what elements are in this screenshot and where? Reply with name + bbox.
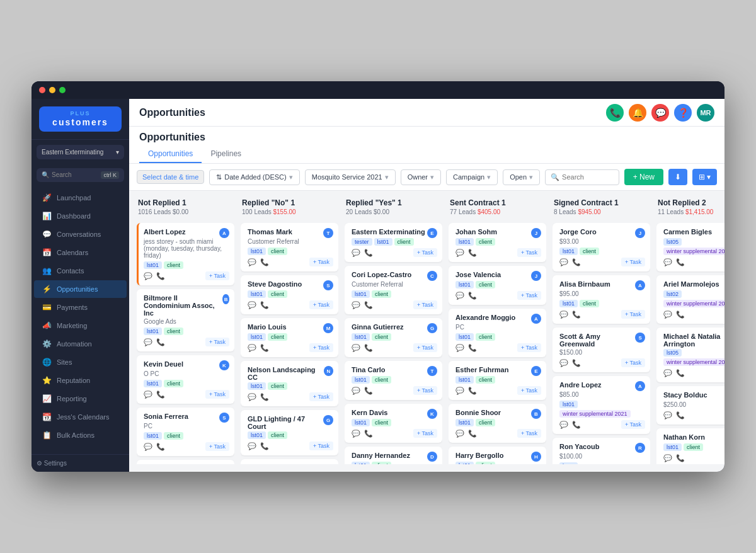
view-button[interactable]: ⊞ ▾ xyxy=(692,169,717,185)
message-icon[interactable]: 💬 xyxy=(248,344,256,352)
kanban-card[interactable]: Eastern Exterminating E testerlst01clien… xyxy=(345,223,442,262)
campaign-filter[interactable]: Campaign ▾ xyxy=(446,169,498,185)
message-icon[interactable]: 💬 xyxy=(663,411,672,419)
sort-filter[interactable]: ⇅ Date Added (DESC) ▾ xyxy=(209,169,299,185)
kanban-card[interactable]: Jorge Coro J $93.00 lst01client 💬 📞 + Ta… xyxy=(553,223,650,271)
phone-icon[interactable]: 📞 xyxy=(260,393,269,401)
kanban-card[interactable]: Cori Lopez-Castro C Customer Referral ls… xyxy=(345,266,442,314)
task-button[interactable]: + Task xyxy=(309,300,333,309)
message-icon[interactable]: 💬 xyxy=(663,454,672,462)
sidebar-item-marketing[interactable]: 📣 Marketing xyxy=(34,317,127,334)
kanban-card[interactable]: Biltmore II Condominium Assoc, Inc B Goo… xyxy=(137,289,234,351)
phone-icon[interactable]: 📞 xyxy=(606,104,624,122)
phone-icon[interactable]: 📞 xyxy=(572,258,581,266)
phone-icon[interactable]: 📞 xyxy=(676,258,685,266)
phone-icon[interactable]: 📞 xyxy=(260,258,269,266)
task-button[interactable]: + Task xyxy=(413,429,437,438)
kanban-card[interactable]: Albert Lopez A jess storey - south miami… xyxy=(137,223,234,285)
message-icon[interactable]: 💬 xyxy=(651,104,669,122)
kanban-card[interactable]: Thomas Mark T Customer Referral lst01cli… xyxy=(241,223,338,271)
kanban-card[interactable]: Mario Louis M lst01client 💬 📞 + Task xyxy=(241,318,338,357)
avatar[interactable]: MR xyxy=(697,104,714,122)
task-button[interactable]: + Task xyxy=(205,271,229,280)
search-input[interactable] xyxy=(562,173,614,181)
task-button[interactable]: + Task xyxy=(309,258,333,266)
task-button[interactable]: + Task xyxy=(413,248,437,257)
kanban-card[interactable]: Nancy Fishman N google ads lst01client 💬… xyxy=(241,459,338,464)
task-button[interactable]: + Task xyxy=(621,258,645,266)
phone-icon[interactable]: 📞 xyxy=(676,411,685,419)
message-icon[interactable]: 💬 xyxy=(144,338,152,346)
kanban-card[interactable]: Ariel Marmolejos A lst02winter supplemen… xyxy=(656,275,724,324)
kanban-card[interactable]: Carmen Bigles C lst05winter supplemental… xyxy=(656,223,724,271)
sidebar-item-calendars[interactable]: 📅 Calendars xyxy=(34,244,127,261)
message-icon[interactable]: 💬 xyxy=(663,258,672,266)
kanban-card[interactable]: Scott & Amy Greenwald S $150.00 💬 📞 + Ta… xyxy=(553,328,650,372)
message-icon[interactable]: 💬 xyxy=(352,301,360,309)
sidebar-item-sites[interactable]: 🌐 Sites xyxy=(34,353,127,371)
kanban-card[interactable]: GLD Lighting / 47 Court G lst01client 💬 … xyxy=(241,410,338,455)
kanban-card[interactable]: Andre Lopez A $85.00 lst01winter supplem… xyxy=(553,376,650,434)
phone-icon[interactable]: 📞 xyxy=(260,442,269,450)
phone-icon[interactable]: 📞 xyxy=(364,430,373,438)
task-button[interactable]: + Task xyxy=(205,390,229,399)
download-button[interactable]: ⬇ xyxy=(668,169,687,185)
sidebar-item-reputation[interactable]: ⭐ Reputation xyxy=(34,372,127,389)
phone-icon[interactable]: 📞 xyxy=(676,311,685,319)
kanban-card[interactable]: Johan Sohm J lst01client 💬 📞 + Task xyxy=(449,223,546,262)
phone-icon[interactable]: 📞 xyxy=(364,387,373,395)
kanban-card[interactable]: Sonia Ferrera S PC lst01client 💬 📞 + Tas… xyxy=(137,408,234,456)
phone-icon[interactable]: 📞 xyxy=(156,272,165,280)
message-icon[interactable]: 💬 xyxy=(455,387,464,395)
phone-icon[interactable]: 📞 xyxy=(260,344,269,352)
message-icon[interactable]: 💬 xyxy=(248,442,256,450)
close-dot[interactable] xyxy=(39,87,45,93)
sidebar-item-jess-calendars[interactable]: 📆 Jess's Calendars xyxy=(34,408,127,426)
task-button[interactable]: + Task xyxy=(413,343,437,352)
sidebar-item-payments[interactable]: 💳 Payments xyxy=(34,299,127,316)
new-button[interactable]: + New xyxy=(624,169,663,185)
task-button[interactable]: + Task xyxy=(621,420,645,429)
phone-icon[interactable]: 📞 xyxy=(156,338,165,346)
message-icon[interactable]: 💬 xyxy=(559,311,568,319)
sidebar-search[interactable]: 🔍 Search ctrl K xyxy=(37,168,124,182)
kanban-card[interactable]: Jose Valencia J lst01client 💬 📞 + Task xyxy=(449,266,546,305)
sidebar-item-bulk-actions[interactable]: 📋 Bulk Actions xyxy=(34,426,127,444)
kanban-card[interactable]: Nathan Korn N lst01client 💬 📞 + Task xyxy=(656,428,724,464)
message-icon[interactable]: 💬 xyxy=(455,249,464,257)
phone-icon[interactable]: 📞 xyxy=(468,387,477,395)
sidebar-settings[interactable]: ⚙ Settings xyxy=(32,454,129,472)
date-filter-button[interactable]: Select date & time xyxy=(137,170,204,184)
phone-icon[interactable]: 📞 xyxy=(572,359,581,367)
phone-icon[interactable]: 📞 xyxy=(468,292,477,300)
kanban-card[interactable]: Alexandre Moggio A PC lst01client 💬 📞 + … xyxy=(449,309,546,357)
message-icon[interactable]: 💬 xyxy=(455,344,464,352)
kanban-card[interactable]: Bonnie Shoor B lst01client 💬 📞 + Task xyxy=(449,404,546,443)
kanban-card[interactable]: Tina Carlo T lst01client 💬 📞 + Task xyxy=(345,361,442,400)
phone-icon[interactable]: 📞 xyxy=(364,249,373,257)
message-icon[interactable]: 💬 xyxy=(559,258,568,266)
task-button[interactable]: + Task xyxy=(517,386,541,395)
message-icon[interactable]: 💬 xyxy=(455,430,464,438)
org-selector[interactable]: Eastern Exterminating ▾ xyxy=(37,145,124,159)
tab-opportunities[interactable]: Opportunities xyxy=(139,145,202,163)
sidebar-item-opportunities[interactable]: ⚡ Opportunities xyxy=(34,280,127,298)
kanban-card[interactable]: Steve Dagostino S lst01client 💬 📞 + Task xyxy=(241,275,338,314)
task-button[interactable]: + Task xyxy=(517,429,541,438)
message-icon[interactable]: 💬 xyxy=(663,311,672,319)
kanban-card[interactable]: Kevin Deuel K O PC lst01client 💬 📞 + Tas… xyxy=(137,355,234,404)
kanban-card[interactable]: Nelson Landscaping CC N lst01client 💬 📞 … xyxy=(241,361,338,406)
message-icon[interactable]: 💬 xyxy=(248,301,256,309)
task-button[interactable]: + Task xyxy=(413,386,437,395)
task-button[interactable]: + Task xyxy=(205,442,229,451)
phone-icon[interactable]: 📞 xyxy=(364,301,373,309)
kanban-card[interactable]: Danny Hernandez D lst01client 💬 📞 + Task xyxy=(345,447,442,464)
message-icon[interactable]: 💬 xyxy=(352,249,360,257)
search-wrap[interactable]: 🔍 xyxy=(545,169,619,185)
message-icon[interactable]: 💬 xyxy=(352,387,360,395)
phone-icon[interactable]: 📞 xyxy=(364,344,373,352)
sidebar-item-reporting[interactable]: 📈 Reporting xyxy=(34,390,127,408)
task-button[interactable]: + Task xyxy=(621,358,645,367)
tab-pipelines[interactable]: Pipelines xyxy=(202,145,250,163)
kanban-card[interactable]: Alisa Birnbaum A $95.00 lst01client 💬 📞 … xyxy=(553,275,650,324)
